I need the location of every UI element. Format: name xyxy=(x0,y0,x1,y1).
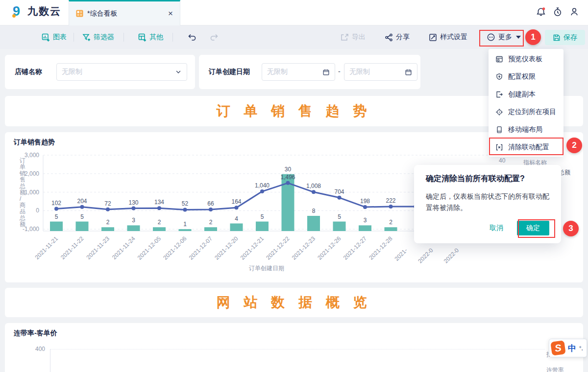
svg-text:2021-12-28: 2021-12-28 xyxy=(368,235,394,261)
svg-text:66: 66 xyxy=(207,200,214,207)
svg-text:2021-12-26: 2021-12-26 xyxy=(316,235,343,261)
brand-name: 九数云 xyxy=(27,4,61,18)
step-badge-2: 2 xyxy=(566,138,582,153)
svg-text:204: 204 xyxy=(77,198,87,205)
svg-text:134: 134 xyxy=(154,199,164,206)
shop-filter-select[interactable]: 无限制 xyxy=(56,63,187,81)
bar-series: 552321245308532 xyxy=(50,166,397,231)
y-axis-tick: 400 xyxy=(27,346,45,352)
calendar-icon xyxy=(405,69,412,76)
add-chart-button[interactable]: 图表 xyxy=(42,25,67,49)
preview-icon xyxy=(495,55,503,63)
svg-text:3: 3 xyxy=(132,217,135,224)
date-end-input[interactable]: 无限制 xyxy=(344,63,417,81)
more-button[interactable]: 更多 xyxy=(487,25,521,49)
date-filter-card: 订单创建日期 无限制 - 无限制 xyxy=(199,55,420,89)
top-navbar: 9 九数云 *综合看板 × xyxy=(0,0,588,25)
ime-punctuation: °, xyxy=(579,345,583,351)
date-start-input[interactable]: 无限制 xyxy=(262,63,335,81)
ime-language-mode[interactable]: 中 xyxy=(568,343,576,354)
svg-text:2021-12-27: 2021-12-27 xyxy=(342,235,368,261)
svg-text:2021-11-24: 2021-11-24 xyxy=(111,235,137,261)
divider xyxy=(172,33,173,42)
more-ellipsis-icon xyxy=(487,33,495,42)
edit-toolbar: 图表 筛选器 其他 导出 xyxy=(0,25,588,49)
svg-text:102: 102 xyxy=(51,200,61,207)
svg-text:164: 164 xyxy=(231,198,241,205)
brand-9-icon: 9 xyxy=(11,4,24,19)
sogou-logo-icon: S xyxy=(550,340,566,356)
svg-text:222: 222 xyxy=(386,197,395,204)
menu-item-locate-project[interactable]: 定位到所在项目 xyxy=(489,103,564,121)
svg-text:2: 2 xyxy=(209,219,213,226)
shop-filter-label: 店铺名称 xyxy=(15,68,42,76)
svg-text:2022-0: 2022-0 xyxy=(442,247,461,265)
menu-item-mobile-layout[interactable]: 移动端布局 xyxy=(489,121,564,139)
cancel-button[interactable]: 取消 xyxy=(490,224,503,232)
permission-icon xyxy=(495,73,503,81)
tab-title: *综合看板 xyxy=(87,9,164,18)
svg-text:2021-11-22: 2021-11-22 xyxy=(59,235,85,261)
undo-button[interactable] xyxy=(187,25,196,49)
svg-text:2021-12-21: 2021-12-21 xyxy=(239,235,266,261)
timer-icon[interactable] xyxy=(553,7,563,17)
dashboard-tab[interactable]: *综合看板 × xyxy=(69,0,180,25)
share-button[interactable]: 分享 xyxy=(385,25,410,49)
redo-icon xyxy=(210,33,219,42)
rate-price-chart-title: 连带率-客单价 xyxy=(14,329,57,338)
svg-text:2021-12-07: 2021-12-07 xyxy=(188,235,214,261)
svg-text:3,000: 3,000 xyxy=(24,152,39,159)
dialog-body: 确定后，仪表板当前状态下的所有联动配置将被清除。 xyxy=(426,191,550,213)
site-banner-title: 网 站 数 据 概 览 xyxy=(5,293,583,312)
mobile-icon xyxy=(495,126,503,134)
save-icon xyxy=(553,34,561,42)
svg-text:130: 130 xyxy=(128,199,138,206)
svg-text:4: 4 xyxy=(235,215,238,222)
step-badge-3: 3 xyxy=(563,221,579,236)
svg-text:198: 198 xyxy=(360,198,370,205)
step-badge-1: 1 xyxy=(525,29,541,45)
svg-text:2021-12-20: 2021-12-20 xyxy=(213,235,240,261)
rate-price-chart-card: 连带率-客单价 400 指标名称 连带率 xyxy=(5,323,583,372)
confirm-button[interactable]: 确定 xyxy=(517,221,549,235)
svg-text:40: 40 xyxy=(499,157,506,164)
menu-item-duplicate[interactable]: 创建副本 xyxy=(489,86,564,103)
redo-button[interactable] xyxy=(210,25,219,49)
shop-filter-card: 店铺名称 无限制 xyxy=(5,55,195,89)
notification-bell-icon[interactable] xyxy=(536,7,546,17)
divider xyxy=(74,33,74,42)
add-other-button[interactable]: 其他 xyxy=(138,25,163,49)
svg-text:5: 5 xyxy=(338,213,341,220)
user-icon[interactable] xyxy=(569,7,579,17)
input-method-bar[interactable]: S 中 °, xyxy=(549,339,587,357)
svg-text:5: 5 xyxy=(261,213,264,220)
dashboard-grid-icon xyxy=(76,10,83,17)
sales-trend-chart-title: 订单销售趋势 xyxy=(14,138,55,147)
svg-text:2021-: 2021- xyxy=(393,247,409,262)
add-filter-button[interactable]: 筛选器 xyxy=(82,25,114,49)
export-icon xyxy=(341,33,349,42)
style-settings-button[interactable]: 样式设置 xyxy=(429,25,467,49)
duplicate-icon xyxy=(495,91,503,98)
svg-text:订单创建日期: 订单创建日期 xyxy=(249,265,284,272)
menu-item-clear-linkage[interactable]: 清除联动配置 xyxy=(489,139,564,156)
svg-text:2021-11-21: 2021-11-21 xyxy=(33,235,59,261)
export-button[interactable]: 导出 xyxy=(341,25,366,49)
svg-text:1: 1 xyxy=(183,221,187,228)
svg-text:2022-0: 2022-0 xyxy=(416,247,435,265)
tab-close-icon[interactable]: × xyxy=(168,9,173,18)
svg-text:2: 2 xyxy=(158,219,161,226)
filter-add-icon xyxy=(82,33,91,42)
svg-text:0: 0 xyxy=(36,207,39,214)
svg-text:3: 3 xyxy=(364,217,367,224)
svg-text:2021-12-23: 2021-12-23 xyxy=(291,235,317,261)
menu-item-permissions[interactable]: 配置权限 xyxy=(489,68,564,86)
svg-text:订单销售总额/商品总额: 订单销售总额/商品总额 xyxy=(19,157,25,228)
chevron-down-icon xyxy=(175,69,182,75)
calendar-icon xyxy=(322,69,330,76)
gridline xyxy=(50,349,545,349)
save-button[interactable]: 保存 xyxy=(545,30,585,45)
share-icon xyxy=(385,33,393,42)
menu-item-preview-dashboard[interactable]: 预览仪表板 xyxy=(489,50,564,68)
svg-text:1,040: 1,040 xyxy=(255,182,270,189)
